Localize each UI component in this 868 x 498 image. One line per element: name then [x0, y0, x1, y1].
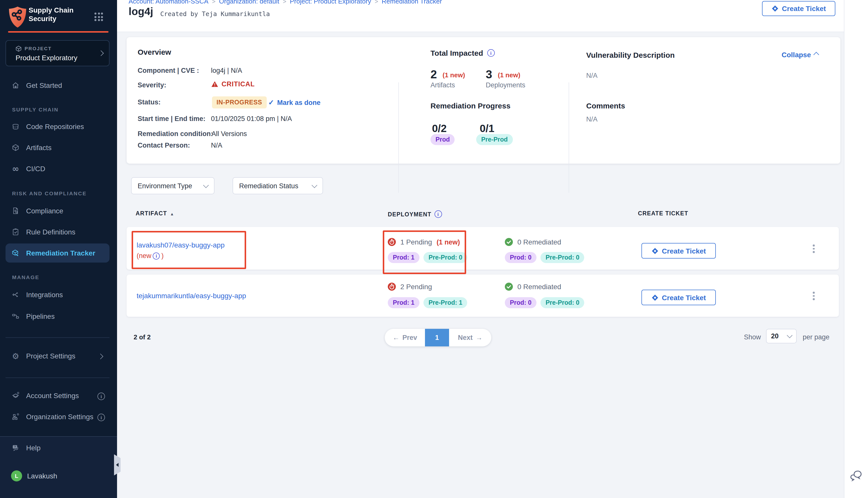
pending-clock-icon — [388, 283, 396, 291]
project-selector[interactable]: PROJECT Product Exploratory — [5, 40, 109, 66]
svg-text:?: ? — [14, 445, 16, 448]
environment-type-filter[interactable]: Environment Type — [131, 177, 215, 194]
jira-diamond-icon — [771, 5, 778, 12]
check-icon — [268, 99, 274, 106]
deployments-label: Deployments — [486, 81, 526, 89]
time-value: 01/10/2025 01:08 pm | N/A — [211, 115, 292, 122]
component-cve-label: Component | CVE : — [138, 67, 199, 74]
sidebar-divider — [5, 337, 109, 338]
brand-accent-bar — [8, 31, 108, 32]
sidebar-section-supply-chain: SUPPLY CHAIN — [12, 106, 59, 113]
sidebar-item-cicd[interactable]: ∞ CI/CD — [0, 159, 117, 178]
app-viewport: Supply Chain Security PROJECT Product Ex… — [0, 0, 868, 498]
condition-value: All Versions — [211, 130, 247, 137]
create-ticket-button-header[interactable]: Create Ticket — [762, 1, 835, 16]
sidebar-item-account-settings[interactable]: ⚙ Account Settings — [0, 386, 117, 405]
avatar: L — [11, 470, 22, 482]
next-page-button[interactable]: Next — [449, 329, 491, 346]
page-1-button[interactable]: 1 — [425, 329, 449, 346]
severity-value: CRITICAL — [211, 80, 255, 88]
row-menu-kebab-icon[interactable] — [811, 243, 817, 255]
app-switcher-grid-icon[interactable] — [94, 13, 103, 21]
breadcrumb-organization[interactable]: Organization: default — [219, 0, 279, 5]
column-header-deployment: DEPLOYMENT — [388, 210, 442, 218]
info-icon[interactable] — [435, 210, 442, 218]
sidebar-item-artifacts[interactable]: Artifacts — [0, 138, 117, 157]
artifacts-new-count: (1 new) — [442, 71, 465, 79]
arrow-left-icon — [392, 334, 399, 341]
sidebar-item-remediation-tracker[interactable]: Remediation Tracker — [0, 244, 117, 263]
layers-gear-icon: ⚙ — [11, 391, 21, 401]
comments-heading: Comments — [586, 101, 625, 110]
sidebar-item-help[interactable]: ? Help — [0, 438, 117, 457]
chevron-right-icon — [98, 354, 103, 359]
remediation-status-filter[interactable]: Remediation Status — [233, 177, 323, 194]
sort-ascending-icon — [170, 210, 174, 217]
sidebar-item-user[interactable]: L Lavakush — [0, 467, 117, 485]
support-chat-bubbles-icon[interactable] — [850, 469, 863, 482]
status-badge: IN-PROGRESS — [212, 96, 267, 108]
total-impacted-heading: Total Impacted — [430, 49, 495, 57]
sidebar-item-integrations[interactable]: Integrations — [0, 285, 117, 304]
pagination: Prev 1 Next — [385, 329, 491, 346]
project-cube-icon — [15, 45, 22, 52]
pending-env-badges: Prod: 1 Pre-Prod: 1 — [388, 297, 467, 308]
artifacts-label: Artifacts — [430, 81, 455, 89]
sidebar-item-organization-settings[interactable]: ⚙ Organization Settings — [0, 407, 117, 426]
vulnerability-description-value: N/A — [586, 72, 597, 79]
preprod-badge: Pre-Prod — [476, 134, 513, 145]
info-icon[interactable] — [98, 414, 105, 421]
create-ticket-button-row[interactable]: Create Ticket — [642, 243, 716, 259]
arrow-right-icon — [476, 334, 482, 341]
column-header-artifact[interactable]: ARTIFACT — [135, 210, 174, 217]
severity-label: Severity: — [138, 81, 166, 89]
show-label: Show — [744, 333, 761, 341]
created-by-text: Created by Teja Kummarikuntla — [160, 10, 270, 17]
svg-text:</>: </> — [13, 125, 18, 129]
pipelines-icon — [11, 311, 21, 321]
app-title: Supply Chain Security — [29, 6, 74, 23]
chevron-up-icon — [814, 52, 819, 58]
sidebar-section-manage: MANAGE — [12, 274, 39, 280]
contact-label: Contact Person: — [138, 142, 190, 149]
sidebar-item-get-started[interactable]: Get Started — [0, 76, 117, 95]
create-ticket-button-row[interactable]: Create Ticket — [642, 290, 716, 305]
row-menu-kebab-icon[interactable] — [811, 290, 817, 302]
annotation-box-artifact — [132, 231, 246, 269]
column-header-create-ticket: CREATE TICKET — [638, 210, 688, 217]
chevron-down-icon — [203, 182, 209, 188]
info-icon[interactable] — [98, 393, 105, 400]
collapse-button[interactable]: Collapse — [781, 51, 818, 59]
remediated-env-badges: Prod: 0 Pre-Prod: 0 — [505, 252, 584, 263]
sidebar-bottom-module: ? Help L Lavakush — [0, 436, 117, 498]
clipboard-check-icon — [11, 227, 21, 237]
preprod-count-badge: Pre-Prod: 0 — [541, 297, 584, 308]
home-icon — [11, 80, 21, 90]
pagination-summary: 2 of 2 — [134, 333, 151, 341]
remediated-deployments: 0 Remediated — [505, 283, 561, 291]
sidebar-item-pipelines[interactable]: Pipelines — [0, 307, 117, 326]
mark-as-done-button[interactable]: Mark as done — [268, 99, 321, 106]
page-size-select[interactable]: 20 — [766, 329, 797, 343]
preprod-progress-value: 0/1 — [480, 122, 494, 134]
contact-value: N/A — [211, 142, 222, 149]
artifact-link[interactable]: tejakummarikuntla/easy-buggy-app — [137, 292, 246, 300]
remediation-progress-heading: Remediation Progress — [430, 101, 510, 110]
gear-icon: ⚙ — [11, 351, 21, 361]
vulnerability-description-heading: Vulnerability Description — [586, 51, 675, 59]
preprod-count-badge: Pre-Prod: 1 — [424, 297, 467, 308]
document-search-icon — [11, 206, 21, 216]
breadcrumb-remediation-tracker[interactable]: Remediation Tracker — [382, 0, 442, 5]
breadcrumb-account[interactable]: Account: Automation-SSCA — [129, 0, 208, 5]
breadcrumb-project[interactable]: Project: Product Exploratory — [290, 0, 371, 5]
info-icon[interactable] — [487, 49, 495, 57]
prod-count-badge: Prod: 0 — [505, 252, 536, 263]
condition-label: Remediation condition: — [138, 130, 213, 137]
component-cve-value: log4j | N/A — [211, 67, 242, 74]
jira-diamond-icon — [651, 247, 658, 254]
prev-page-button[interactable]: Prev — [385, 329, 425, 346]
sidebar-item-code-repositories[interactable]: </> Code Repositories — [0, 117, 117, 136]
sidebar-item-compliance[interactable]: Compliance — [0, 201, 117, 220]
sidebar-item-rule-definitions[interactable]: Rule Definitions — [0, 222, 117, 241]
sidebar-item-project-settings[interactable]: ⚙ Project Settings — [0, 346, 117, 366]
